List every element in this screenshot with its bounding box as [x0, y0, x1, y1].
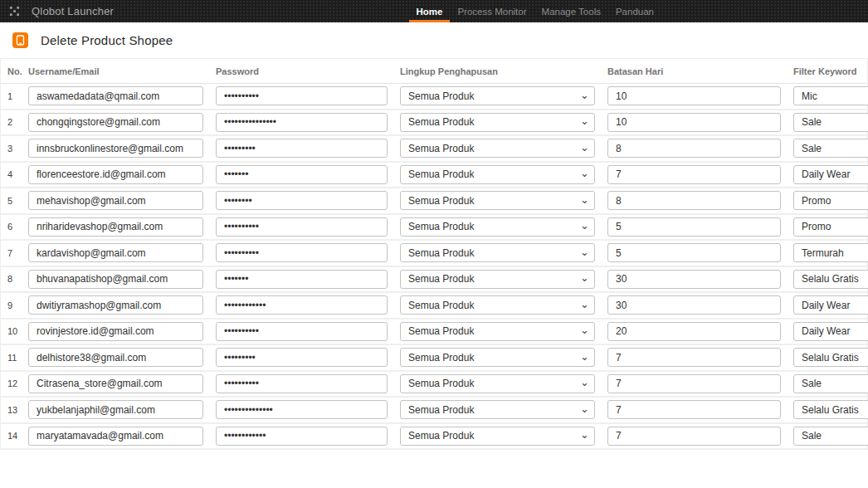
- password-input[interactable]: [216, 113, 388, 132]
- nav-item-manage-tools[interactable]: Manage Tools: [534, 0, 608, 22]
- batasan-hari-input-cell: [607, 243, 793, 262]
- password-input[interactable]: [216, 427, 388, 446]
- row-number: 4: [1, 169, 28, 179]
- username-email-input-cell: [28, 243, 216, 262]
- batasan-hari-input[interactable]: [607, 400, 781, 419]
- lingkup-penghapusan-select[interactable]: Semua Produk: [400, 270, 595, 289]
- batasan-hari-input[interactable]: [607, 139, 781, 158]
- lingkup-penghapusan-select[interactable]: Semua Produk: [400, 348, 595, 367]
- batasan-hari-input-cell: [607, 165, 793, 184]
- lingkup-penghapusan-select[interactable]: Semua Produk: [400, 427, 595, 446]
- batasan-hari-input[interactable]: [607, 191, 781, 210]
- row-number: 7: [1, 248, 28, 258]
- batasan-hari-input[interactable]: [607, 113, 781, 132]
- app-title: Qlobot Launcher: [32, 5, 114, 17]
- filter-keyword-input[interactable]: [793, 139, 868, 158]
- batasan-hari-input[interactable]: [607, 217, 781, 237]
- password-input[interactable]: [216, 348, 388, 367]
- filter-keyword-input[interactable]: [793, 400, 868, 419]
- username-email-input[interactable]: [28, 139, 203, 158]
- filter-keyword-input[interactable]: [793, 427, 868, 446]
- batasan-hari-input[interactable]: [607, 295, 781, 315]
- table-row: 5Semua Produk⌄: [1, 188, 867, 215]
- nav-item-home[interactable]: Home: [409, 0, 451, 22]
- filter-keyword-input[interactable]: [793, 217, 868, 237]
- filter-keyword-input[interactable]: [793, 295, 868, 315]
- username-email-input[interactable]: [28, 243, 203, 262]
- lingkup-penghapusan-select[interactable]: Semua Produk: [400, 322, 595, 341]
- lingkup-penghapusan-select[interactable]: Semua Produk: [400, 400, 595, 419]
- lingkup-penghapusan-select[interactable]: Semua Produk: [400, 243, 595, 262]
- row-number: 9: [1, 300, 28, 310]
- username-email-input[interactable]: [28, 400, 203, 419]
- lingkup-cell: Semua Produk⌄: [400, 165, 607, 184]
- lingkup-cell: Semua Produk⌄: [400, 400, 607, 419]
- username-email-input[interactable]: [28, 295, 203, 315]
- filter-keyword-input[interactable]: [793, 86, 868, 105]
- batasan-hari-input[interactable]: [607, 427, 781, 446]
- username-email-input[interactable]: [28, 113, 203, 132]
- username-email-input[interactable]: [28, 374, 203, 393]
- batasan-hari-input[interactable]: [607, 86, 781, 105]
- lingkup-penghapusan-select[interactable]: Semua Produk: [400, 191, 595, 210]
- password-input-cell: [216, 243, 400, 262]
- username-email-input-cell: [28, 322, 216, 341]
- lingkup-penghapusan-select[interactable]: Semua Produk: [400, 374, 595, 393]
- password-input[interactable]: [216, 139, 388, 158]
- filter-keyword-input[interactable]: [793, 374, 868, 393]
- password-input[interactable]: [216, 374, 388, 393]
- password-input[interactable]: [216, 400, 388, 419]
- table-row: 6Semua Produk⌄: [1, 215, 867, 242]
- lingkup-penghapusan-select[interactable]: Semua Produk: [400, 165, 595, 184]
- username-email-input[interactable]: [28, 270, 203, 289]
- password-input[interactable]: [216, 295, 388, 315]
- page-header: Delete Product Shopee: [0, 22, 868, 59]
- header-filter-keyword: Filter Keyword: [793, 66, 867, 76]
- batasan-hari-input-cell: [607, 348, 793, 367]
- password-input[interactable]: [216, 191, 388, 210]
- password-input-cell: [216, 427, 400, 446]
- lingkup-penghapusan-select[interactable]: Semua Produk: [400, 86, 595, 105]
- password-input[interactable]: [216, 86, 388, 105]
- username-email-input[interactable]: [28, 322, 203, 341]
- batasan-hari-input[interactable]: [607, 165, 781, 184]
- username-email-input[interactable]: [28, 165, 203, 184]
- batasan-hari-input-cell: [607, 86, 793, 105]
- username-email-input[interactable]: [28, 191, 203, 210]
- header-password: Password: [216, 66, 400, 76]
- filter-keyword-input-cell: [793, 270, 868, 289]
- filter-keyword-input[interactable]: [793, 165, 868, 184]
- filter-keyword-input[interactable]: [793, 113, 868, 132]
- filter-keyword-input[interactable]: [793, 191, 868, 210]
- username-email-input[interactable]: [28, 348, 203, 367]
- username-email-input[interactable]: [28, 427, 203, 446]
- batasan-hari-input[interactable]: [607, 243, 781, 262]
- password-input[interactable]: [216, 165, 388, 184]
- filter-keyword-input[interactable]: [793, 270, 868, 289]
- table-row: 13Semua Produk⌄: [1, 398, 867, 424]
- password-input[interactable]: [216, 217, 388, 237]
- filter-keyword-input[interactable]: [793, 348, 868, 367]
- nav-item-process-monitor[interactable]: Process Monitor: [450, 0, 534, 22]
- filter-keyword-input[interactable]: [793, 243, 868, 262]
- batasan-hari-input[interactable]: [607, 270, 781, 289]
- username-email-input[interactable]: [28, 86, 203, 105]
- lingkup-penghapusan-select[interactable]: Semua Produk: [400, 217, 595, 237]
- password-input-cell: [216, 217, 400, 237]
- delete-product-tool-icon: [12, 32, 28, 48]
- filter-keyword-input-cell: [793, 322, 868, 341]
- lingkup-penghapusan-select[interactable]: Semua Produk: [400, 295, 595, 315]
- lingkup-penghapusan-select[interactable]: Semua Produk: [400, 139, 595, 158]
- lingkup-cell: Semua Produk⌄: [400, 270, 607, 289]
- batasan-hari-input[interactable]: [607, 374, 781, 393]
- password-input[interactable]: [216, 243, 388, 262]
- batasan-hari-input[interactable]: [607, 348, 781, 367]
- nav-item-panduan[interactable]: Panduan: [608, 0, 661, 22]
- filter-keyword-input-cell: [793, 191, 868, 210]
- password-input[interactable]: [216, 270, 388, 289]
- filter-keyword-input[interactable]: [793, 322, 868, 341]
- batasan-hari-input[interactable]: [607, 322, 781, 341]
- password-input[interactable]: [216, 322, 388, 341]
- lingkup-penghapusan-select[interactable]: Semua Produk: [400, 113, 595, 132]
- username-email-input[interactable]: [28, 217, 203, 237]
